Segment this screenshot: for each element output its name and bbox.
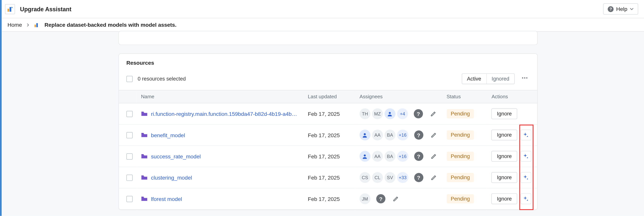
svg-point-7 [389,112,391,114]
breadcrumb-icon [34,21,40,28]
last-updated-text: Feb 17, 2025 [308,111,340,117]
assignee-chip[interactable]: +33 [397,172,408,183]
assignee-chip[interactable] [360,151,370,162]
svg-point-6 [526,77,527,78]
row-checkbox[interactable] [126,196,133,202]
resource-name-link[interactable]: ri.function-registry.main.function.159bd… [151,111,300,117]
assignee-chip[interactable]: AA [372,130,383,140]
chevron-down-icon [630,7,634,11]
assignees-group: THMZ+4? [360,108,438,119]
content-area: Resources 0 resources selected Active Ig… [2,32,644,216]
table-row: success_rate_modelFeb 17, 2025AABA+16?Pe… [119,146,537,167]
assignee-chip[interactable]: MZ [372,108,383,119]
table-row: clustering_modelFeb 17, 2025CSCLSV+33?Pe… [119,167,537,188]
svg-point-5 [524,77,525,78]
assignee-chip[interactable]: CL [372,172,383,183]
assignee-chip[interactable]: AA [372,151,383,162]
ignore-button[interactable]: Ignore [492,193,517,204]
assignee-help-icon[interactable]: ? [414,109,423,118]
more-actions-button[interactable] [520,74,530,83]
col-header-name: Name [137,90,304,103]
assignee-help-icon[interactable]: ? [414,173,423,182]
svg-rect-2 [34,24,36,27]
col-header-status: Status [442,90,487,103]
ignore-button[interactable]: Ignore [492,151,517,162]
status-badge: Pending [446,173,474,182]
ignore-button[interactable]: Ignore [492,108,517,119]
ignore-button[interactable]: Ignore [492,130,517,140]
table-row: benefit_modelFeb 17, 2025AABA+16?Pending… [119,124,537,146]
help-button[interactable]: ? Help [603,3,638,14]
assignee-chip[interactable]: JM [360,193,370,204]
ellipsis-icon [522,74,528,81]
app-icon [5,4,15,14]
active-ignored-segment: Active Ignored [462,73,515,84]
select-all-checkbox[interactable] [126,76,133,82]
last-updated-text: Feb 17, 2025 [308,196,340,202]
assignee-chip[interactable]: BA [385,151,396,162]
row-checkbox[interactable] [126,132,133,138]
assignees-group: AABA+16? [360,130,438,140]
edit-assignees-icon[interactable] [391,194,400,204]
selection-count-label: 0 resources selected [138,76,186,82]
ai-assist-button[interactable] [520,130,531,140]
svg-rect-1 [10,7,11,11]
assignees-group: AABA+16? [360,151,438,162]
resource-name-link[interactable]: success_rate_model [151,153,201,160]
assignee-help-icon[interactable]: ? [376,194,386,204]
edit-assignees-icon[interactable] [429,109,438,118]
assignee-chip[interactable]: BA [385,130,396,140]
assignee-chip[interactable]: SV [385,172,396,183]
resource-name-link[interactable]: clustering_model [151,174,192,181]
col-header-actions: Actions [488,90,537,103]
assignee-chip[interactable]: CS [360,172,370,183]
model-folder-icon [141,175,148,181]
segment-ignored-button[interactable]: Ignored [486,74,514,84]
breadcrumb-current: Replace dataset-backed models with model… [44,22,176,28]
resources-table: Name Last updated Assignees Status Actio… [119,90,537,210]
assignee-chip[interactable]: +16 [397,151,408,162]
assignee-chip[interactable] [385,108,396,119]
assignee-chip[interactable]: +16 [397,130,408,140]
assignee-help-icon[interactable]: ? [414,131,423,140]
edit-assignees-icon[interactable] [429,131,438,140]
help-label: Help [616,6,627,12]
model-folder-icon [141,153,148,159]
status-badge: Pending [446,152,474,161]
resources-title: Resources [119,54,537,70]
assignee-chip[interactable] [360,130,370,140]
col-header-last-updated: Last updated [304,90,356,103]
segment-active-button[interactable]: Active [462,74,486,84]
row-checkbox[interactable] [126,111,133,117]
resource-name-link[interactable]: benefit_model [151,132,185,138]
ignore-button[interactable]: Ignore [492,172,517,183]
edit-assignees-icon[interactable] [429,152,438,161]
table-row: lforest modelFeb 17, 2025JM?PendingIgnor… [119,188,537,209]
help-icon: ? [608,6,614,12]
assignee-chip[interactable]: +4 [397,108,408,119]
upgrade-assistant-icon [7,5,13,12]
breadcrumb-home[interactable]: Home [8,22,22,28]
ai-assist-button[interactable] [520,151,531,162]
svg-point-10 [364,154,366,156]
svg-rect-3 [36,23,38,27]
svg-point-9 [527,136,528,137]
model-folder-icon [141,196,148,202]
row-checkbox[interactable] [126,174,133,181]
table-row: ri.function-registry.main.function.159bd… [119,103,537,124]
svg-point-11 [527,157,528,158]
app-title: Upgrade Assistant [20,5,72,12]
ai-assist-button[interactable] [520,172,531,183]
assignee-chip[interactable]: TH [360,108,370,119]
last-updated-text: Feb 17, 2025 [308,153,340,160]
ai-assist-button[interactable] [520,193,531,204]
model-folder-icon [141,111,148,117]
resource-name-link[interactable]: lforest model [151,196,182,202]
model-folder-icon [141,132,148,138]
assignees-group: CSCLSV+33? [360,172,438,183]
status-badge: Pending [446,109,474,118]
row-checkbox[interactable] [126,153,133,160]
last-updated-text: Feb 17, 2025 [308,174,340,181]
edit-assignees-icon[interactable] [429,173,438,182]
assignee-help-icon[interactable]: ? [414,152,423,161]
